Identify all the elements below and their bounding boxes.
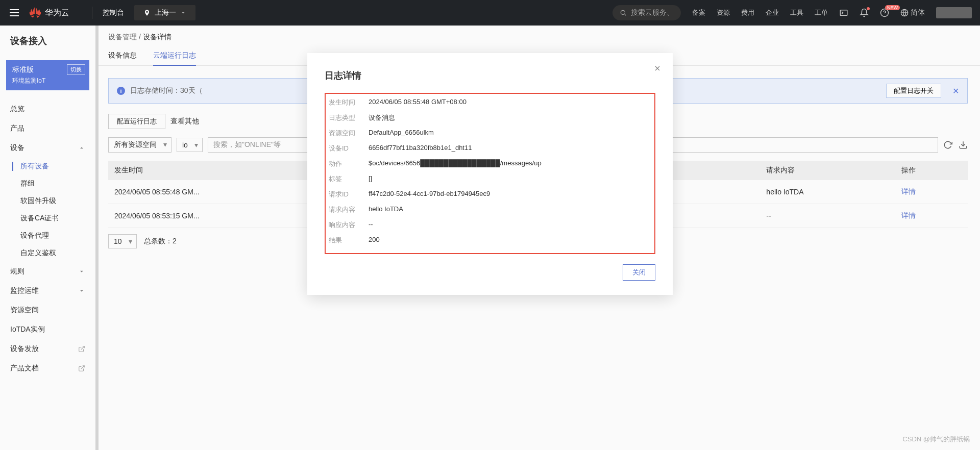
detail-row: 请求IDff47c2d0-52e4-4cc1-97bd-eb1794945ec9	[329, 187, 651, 202]
detail-key: 请求ID	[329, 190, 369, 199]
detail-value: 设备消息	[369, 113, 395, 122]
detail-row: 设备ID6656df77bf11ba320fb8b1e1_dht11	[329, 141, 651, 156]
detail-row: 标签[]	[329, 171, 651, 187]
detail-value: hello IoTDA	[369, 205, 403, 214]
detail-value: 6656df77bf11ba320fb8b1e1_dht11	[369, 144, 472, 153]
detail-key: 标签	[329, 174, 369, 184]
detail-row: 资源空间DefaultApp_6656ulkm	[329, 126, 651, 141]
detail-key: 请求内容	[329, 205, 369, 214]
detail-row: 发生时间2024/06/05 08:55:48 GMT+08:00	[329, 95, 651, 110]
detail-key: 动作	[329, 159, 369, 168]
detail-box: 发生时间2024/06/05 08:55:48 GMT+08:00日志类型设备消…	[325, 93, 655, 254]
detail-value: 200	[369, 236, 380, 245]
detail-value: --	[369, 220, 373, 230]
detail-row: 请求内容hello IoTDA	[329, 202, 651, 217]
detail-value: 2024/06/05 08:55:48 GMT+08:00	[369, 98, 467, 107]
detail-key: 响应内容	[329, 220, 369, 230]
modal-close-icon[interactable]	[653, 64, 662, 74]
detail-value: $oc/devices/6656█████████████████/messag…	[369, 159, 542, 168]
detail-key: 设备ID	[329, 144, 369, 153]
log-detail-modal: 日志详情 发生时间2024/06/05 08:55:48 GMT+08:00日志…	[307, 53, 673, 295]
detail-row: 结果200	[329, 233, 651, 248]
detail-key: 结果	[329, 236, 369, 245]
detail-row: 动作$oc/devices/6656█████████████████/mess…	[329, 156, 651, 171]
detail-key: 日志类型	[329, 113, 369, 122]
detail-value: []	[369, 174, 372, 184]
detail-value: ff47c2d0-52e4-4cc1-97bd-eb1794945ec9	[369, 190, 490, 199]
modal-title: 日志详情	[325, 69, 655, 82]
detail-value: DefaultApp_6656ulkm	[369, 129, 434, 138]
detail-key: 资源空间	[329, 129, 369, 138]
detail-key: 发生时间	[329, 98, 369, 107]
modal-close-button[interactable]: 关闭	[623, 264, 655, 281]
detail-row: 日志类型设备消息	[329, 110, 651, 126]
detail-row: 响应内容--	[329, 217, 651, 233]
